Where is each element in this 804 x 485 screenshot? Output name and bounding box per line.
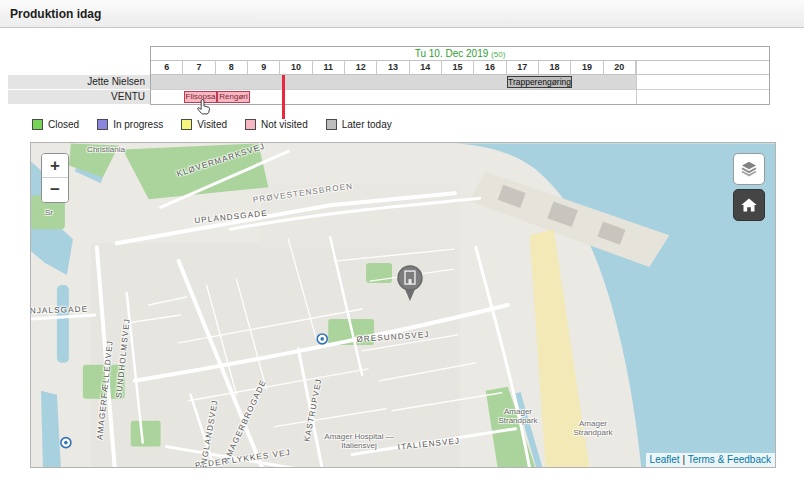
date-header: Tu 10. Dec 2019 (50) <box>151 47 769 60</box>
layers-icon <box>738 158 760 180</box>
hour-cell: 20 <box>604 61 636 74</box>
leaflet-map[interactable]: Christiania KLØVERMARKSVEJ PRØVESTENSBRO… <box>30 142 776 468</box>
mouse-cursor <box>196 99 211 117</box>
resource-row-label: VENTU <box>8 90 150 104</box>
home-icon <box>738 194 760 216</box>
terms-feedback-link[interactable]: Terms & Feedback <box>688 454 771 465</box>
status-legend: Closed In progress Visited Not visited L… <box>32 119 392 130</box>
hour-cell: 7 <box>183 61 215 74</box>
map-label: Amager Strandpark <box>493 407 543 425</box>
hour-scale: 6 7 8 9 10 11 12 13 14 15 16 17 18 19 20 <box>151 61 636 74</box>
resource-row-label: Jette Nielsen <box>8 75 150 89</box>
legend-swatch-later-today <box>326 119 337 130</box>
legend-label: Closed <box>48 119 79 130</box>
hour-cell: 10 <box>280 61 312 74</box>
hour-cell: 15 <box>442 61 474 74</box>
layers-button[interactable] <box>733 153 765 185</box>
hour-cell: 12 <box>345 61 377 74</box>
zoom-control: + − <box>41 153 69 203</box>
zoom-in-button[interactable]: + <box>42 154 68 178</box>
legend-label: Not visited <box>261 119 308 130</box>
legend-label: Later today <box>342 119 392 130</box>
hour-cell: 13 <box>377 61 409 74</box>
attribution-separator: | <box>682 454 685 465</box>
hour-cell: 18 <box>539 61 571 74</box>
home-button[interactable] <box>733 189 765 221</box>
task-bar[interactable]: Rengøri <box>217 91 250 103</box>
map-label: Amager Hospital — Italiensvej <box>322 432 396 450</box>
hour-cell: 19 <box>571 61 603 74</box>
legend-item: Visited <box>181 119 227 130</box>
hour-cell: 6 <box>151 61 183 74</box>
legend-label: Visited <box>197 119 227 130</box>
legend-swatch-closed <box>32 119 43 130</box>
hour-cell: 14 <box>410 61 442 74</box>
week-number: (50) <box>491 50 505 59</box>
hour-cell: 11 <box>313 61 345 74</box>
hour-cell: 8 <box>216 61 248 74</box>
legend-item: Closed <box>32 119 79 130</box>
hour-cell: 9 <box>248 61 280 74</box>
legend-swatch-not-visited <box>245 119 256 130</box>
legend-item: In progress <box>97 119 163 130</box>
legend-swatch-in-progress <box>97 119 108 130</box>
hour-cell: 17 <box>507 61 539 74</box>
map-attribution: Leaflet | Terms & Feedback <box>646 453 775 467</box>
gantt-grid: Tu 10. Dec 2019 (50) 6 7 8 9 10 11 12 13… <box>150 46 770 105</box>
legend-item: Not visited <box>245 119 308 130</box>
hour-cell: 16 <box>474 61 506 74</box>
task-bar[interactable]: Trapperengøring <box>507 76 572 88</box>
legend-label: In progress <box>113 119 163 130</box>
page-header: Produktion idag <box>0 0 804 28</box>
legend-swatch-visited <box>181 119 192 130</box>
map-label: Sr <box>45 208 53 217</box>
map-canvas <box>31 143 775 468</box>
date-label: Tu 10. Dec 2019 <box>415 48 489 59</box>
zoom-out-button[interactable]: − <box>42 178 68 202</box>
current-time-line <box>282 75 285 119</box>
page-title: Produktion idag <box>10 7 101 21</box>
schedule-gantt: Jette Nielsen VENTU Tu 10. Dec 2019 (50)… <box>8 46 770 106</box>
leaflet-link[interactable]: Leaflet <box>650 454 680 465</box>
legend-item: Later today <box>326 119 392 130</box>
map-label: Christiania <box>87 145 125 154</box>
map-label: Amager Strandpark <box>568 419 618 437</box>
